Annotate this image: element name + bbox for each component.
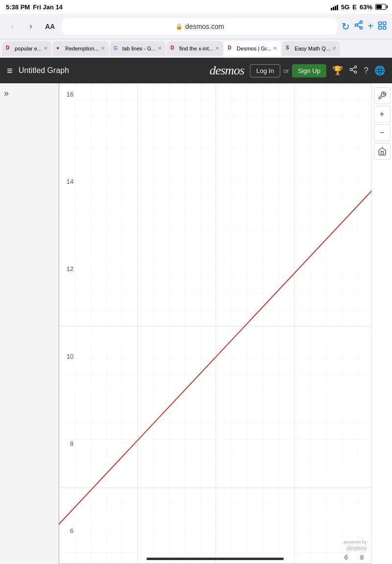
- svg-point-6: [354, 71, 357, 74]
- tab-redemption[interactable]: ● Redemption... ✕: [52, 41, 108, 56]
- desmos-header: ≡ Untitled Graph desmos Log In or Sign U…: [0, 58, 392, 83]
- header-buttons: Log In or Sign Up 🏆 ? 🌐: [250, 64, 385, 77]
- tab-close-findx[interactable]: ✕: [215, 46, 219, 51]
- trophy-icon[interactable]: 🏆: [332, 65, 343, 76]
- expand-button[interactable]: »: [4, 88, 9, 98]
- share-icon[interactable]: [349, 65, 358, 76]
- graph-title: Untitled Graph: [19, 66, 204, 75]
- scroll-area: [59, 558, 371, 560]
- svg-point-5: [350, 68, 352, 71]
- horizontal-scrollbar[interactable]: [147, 558, 284, 560]
- right-toolbar: + −: [371, 83, 392, 564]
- svg-rect-2: [379, 26, 382, 29]
- tab-favicon-easymath: S: [286, 45, 293, 52]
- browser-bar: ‹ › AA 🔒 desmos.com ↻ +: [0, 14, 392, 39]
- zoom-in-button[interactable]: +: [374, 106, 391, 123]
- url-text: desmos.com: [185, 23, 224, 30]
- tab-title-redemption: Redemption...: [65, 46, 98, 51]
- tab-title-desmos: Desmos | Gr...: [237, 46, 271, 51]
- tab-find-x[interactable]: D find the x-int... ✕: [167, 41, 223, 56]
- status-right: 5G E 63%: [331, 3, 386, 11]
- battery-icon: [375, 4, 386, 10]
- signal-bars: [331, 3, 338, 10]
- tab-lines[interactable]: G tab lines - G... ✕: [110, 41, 166, 56]
- network-label: 5G: [341, 3, 349, 11]
- menu-button[interactable]: ≡: [7, 65, 13, 76]
- tab-title-easymath: Easy Math Q...: [294, 46, 330, 51]
- login-button[interactable]: Log In: [250, 64, 280, 77]
- help-icon[interactable]: ?: [364, 66, 368, 76]
- powered-by-logo: desmos: [343, 544, 367, 552]
- svg-line-8: [352, 67, 354, 69]
- globe-icon[interactable]: 🌐: [374, 65, 385, 76]
- tab-close-lines[interactable]: ✕: [158, 46, 162, 51]
- x-axis-label-8: 8: [360, 554, 364, 561]
- powered-by-text: powered by: [343, 539, 367, 544]
- y-label-16: 16: [59, 91, 74, 98]
- tabs-bar: D popular e... ✕ ● Redemption... ✕ G tab…: [0, 39, 392, 58]
- share-button[interactable]: [354, 20, 364, 32]
- tab-close-redemption[interactable]: ✕: [101, 46, 105, 51]
- tab-favicon-popular: D: [6, 45, 13, 52]
- y-label-14: 14: [59, 178, 74, 185]
- tabs-button[interactable]: [377, 21, 387, 32]
- graph-canvas: [59, 83, 371, 564]
- home-button[interactable]: [374, 143, 391, 160]
- lock-icon: 🔒: [175, 23, 183, 30]
- tab-close-easymath[interactable]: ✕: [332, 46, 336, 51]
- sidebar: »: [0, 83, 59, 564]
- time-label: 5:38 PM: [6, 3, 30, 11]
- tab-favicon-desmos: D: [228, 45, 235, 52]
- svg-line-7: [352, 70, 354, 72]
- url-bar[interactable]: 🔒 desmos.com: [62, 18, 338, 35]
- status-left: 5:38 PM Fri Jan 14: [6, 3, 63, 11]
- date-label: Fri Jan 14: [33, 3, 63, 11]
- y-label-10: 10: [59, 353, 74, 360]
- tab-title-lines: tab lines - G...: [122, 46, 156, 51]
- y-axis-container: 16 14 12 10 8 6: [59, 83, 74, 564]
- powered-by: powered by desmos: [343, 539, 367, 552]
- tab-favicon-redemption: ●: [56, 45, 63, 52]
- graph-area[interactable]: 16 14 12 10 8 6 powered by desmos 6 8: [59, 83, 371, 564]
- desmos-logo: desmos: [209, 63, 244, 78]
- tab-desmos-active[interactable]: D Desmos | Gr... ✕: [224, 41, 281, 56]
- tab-title-findx: find the x-int...: [179, 46, 213, 51]
- svg-rect-3: [383, 26, 386, 29]
- main-layout: »: [0, 83, 392, 564]
- zoom-out-button[interactable]: −: [374, 124, 391, 141]
- reader-mode-button[interactable]: AA: [42, 21, 58, 32]
- y-label-8: 8: [59, 440, 74, 447]
- status-bar: 5:38 PM Fri Jan 14 5G E 63%: [0, 0, 392, 14]
- svg-point-4: [354, 66, 357, 68]
- signup-button[interactable]: Sign Up: [292, 64, 326, 77]
- or-label: or: [283, 67, 289, 74]
- tab-title-popular: popular e...: [15, 46, 42, 51]
- tab-favicon-findx: D: [171, 45, 177, 52]
- forward-button[interactable]: ›: [24, 19, 38, 34]
- network-type: E: [352, 3, 357, 11]
- y-label-6: 6: [59, 527, 74, 535]
- tab-popular[interactable]: D popular e... ✕: [2, 41, 51, 56]
- wrench-button[interactable]: [374, 87, 391, 104]
- add-tab-button[interactable]: +: [368, 21, 373, 32]
- svg-rect-11: [59, 83, 371, 564]
- refresh-button[interactable]: ↻: [342, 21, 350, 32]
- svg-rect-1: [383, 22, 386, 25]
- y-label-12: 12: [59, 265, 74, 272]
- tab-easymath[interactable]: S Easy Math Q... ✕: [282, 41, 340, 56]
- x-axis-label-6: 6: [344, 554, 348, 561]
- tab-favicon-lines: G: [114, 45, 121, 52]
- tab-close-desmos[interactable]: ✕: [273, 46, 277, 51]
- battery-percent: 63%: [360, 3, 372, 11]
- tab-close-popular[interactable]: ✕: [44, 46, 48, 51]
- back-button[interactable]: ‹: [5, 19, 20, 34]
- svg-rect-0: [379, 22, 382, 25]
